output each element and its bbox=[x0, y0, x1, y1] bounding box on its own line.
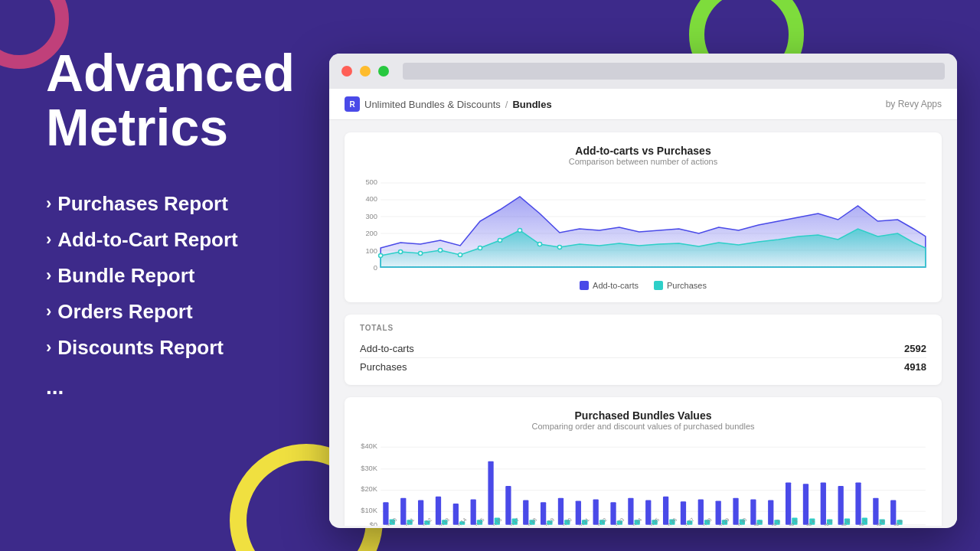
breadcrumb: R Unlimited Bundles & Discounts / Bundle… bbox=[345, 96, 552, 112]
svg-text:$0: $0 bbox=[370, 522, 377, 526]
svg-point-17 bbox=[478, 246, 482, 250]
svg-point-12 bbox=[379, 254, 383, 258]
svg-rect-74 bbox=[750, 500, 756, 525]
svg-point-19 bbox=[518, 229, 521, 233]
chevron-icon: › bbox=[46, 266, 51, 285]
breadcrumb-active: Bundles bbox=[512, 99, 551, 110]
chart1-legend: Add-to-carts Purchases bbox=[357, 281, 929, 290]
svg-rect-70 bbox=[716, 500, 721, 524]
by-revy-label: by Revy Apps bbox=[886, 99, 942, 109]
svg-text:500: 500 bbox=[365, 178, 377, 186]
svg-text:$30K: $30K bbox=[361, 465, 377, 471]
svg-rect-72 bbox=[733, 498, 738, 525]
svg-rect-56 bbox=[593, 500, 599, 525]
main-title: Advanced Metrics bbox=[46, 46, 283, 155]
totals-name-purchases: Purchases bbox=[360, 361, 407, 373]
svg-rect-78 bbox=[786, 482, 791, 524]
totals-value-purchases: 4918 bbox=[904, 361, 926, 373]
svg-rect-64 bbox=[663, 497, 668, 525]
chart2-subtitle: Comparing order and discount values of p… bbox=[357, 422, 929, 431]
svg-rect-46 bbox=[505, 486, 511, 525]
svg-rect-60 bbox=[628, 498, 633, 525]
chart2-title: Purchased Bundles Values bbox=[357, 409, 929, 422]
menu-item-discounts[interactable]: › Discounts Report bbox=[46, 336, 283, 360]
totals-value-add-to-carts: 2592 bbox=[904, 343, 926, 354]
svg-rect-44 bbox=[488, 461, 493, 525]
totals-label: TOTALS bbox=[360, 324, 926, 332]
svg-text:$20K: $20K bbox=[361, 486, 377, 493]
chevron-icon: › bbox=[46, 302, 51, 321]
app-header: R Unlimited Bundles & Discounts / Bundle… bbox=[329, 89, 957, 120]
legend-purchases: Purchases bbox=[654, 281, 707, 290]
chevron-icon: › bbox=[46, 194, 51, 214]
svg-text:400: 400 bbox=[365, 195, 377, 203]
bar-chart-area: $40K $30K $20K $10K $0 bbox=[357, 440, 929, 526]
menu-ellipsis: ... bbox=[46, 375, 283, 399]
chart1-subtitle: Comparison between number of actions bbox=[357, 157, 929, 166]
menu-item-bundle[interactable]: › Bundle Report bbox=[46, 264, 283, 288]
svg-text:$10K: $10K bbox=[361, 507, 377, 514]
svg-text:300: 300 bbox=[365, 213, 377, 220]
menu-item-add-to-cart[interactable]: › Add-to-Cart Report bbox=[46, 228, 283, 252]
svg-rect-80 bbox=[803, 484, 808, 525]
svg-text:$40K: $40K bbox=[361, 443, 377, 450]
totals-name-add-to-carts: Add-to-carts bbox=[360, 343, 414, 354]
browser-chrome bbox=[329, 54, 957, 89]
chart1-title: Add-to-carts vs Purchases bbox=[357, 145, 929, 157]
svg-rect-62 bbox=[645, 500, 651, 524]
svg-point-13 bbox=[399, 250, 403, 254]
line-chart-card: Add-to-carts vs Purchases Comparison bet… bbox=[345, 132, 942, 302]
chevron-icon: › bbox=[46, 337, 51, 357]
svg-text:200: 200 bbox=[365, 230, 377, 237]
chevron-icon: › bbox=[46, 230, 51, 249]
browser-address-bar[interactable] bbox=[403, 63, 945, 80]
svg-text:0: 0 bbox=[374, 264, 377, 272]
svg-rect-52 bbox=[558, 498, 564, 525]
svg-rect-88 bbox=[873, 498, 878, 525]
app-content[interactable]: Add-to-carts vs Purchases Comparison bet… bbox=[329, 120, 957, 526]
browser-dot-yellow[interactable] bbox=[360, 66, 371, 77]
svg-rect-34 bbox=[400, 498, 406, 525]
svg-text:100: 100 bbox=[365, 247, 377, 255]
menu-item-purchases[interactable]: › Purchases Report bbox=[46, 192, 283, 216]
breadcrumb-app-name: Unlimited Bundles & Discounts bbox=[364, 99, 501, 110]
browser-dot-red[interactable] bbox=[341, 66, 352, 77]
browser-window: R Unlimited Bundles & Discounts / Bundle… bbox=[329, 54, 957, 528]
svg-rect-54 bbox=[576, 500, 581, 524]
svg-point-15 bbox=[438, 249, 442, 253]
svg-rect-82 bbox=[821, 482, 826, 524]
svg-point-16 bbox=[458, 253, 462, 257]
browser-dot-green[interactable] bbox=[378, 66, 389, 77]
svg-rect-90 bbox=[890, 500, 896, 524]
totals-section: TOTALS Add-to-carts 2592 Purchases 4918 bbox=[345, 315, 942, 385]
svg-point-14 bbox=[419, 252, 423, 256]
svg-point-20 bbox=[537, 243, 541, 246]
svg-rect-86 bbox=[855, 482, 861, 524]
totals-row-add-to-carts: Add-to-carts 2592 bbox=[360, 340, 926, 358]
svg-rect-84 bbox=[838, 486, 844, 525]
svg-rect-48 bbox=[523, 500, 528, 524]
svg-rect-68 bbox=[698, 500, 704, 525]
app-icon: R bbox=[345, 96, 360, 112]
menu-item-orders[interactable]: › Orders Report bbox=[46, 300, 283, 324]
line-chart-area: 500 400 300 200 100 0 bbox=[357, 175, 929, 275]
svg-rect-42 bbox=[471, 500, 476, 525]
totals-row-purchases: Purchases 4918 bbox=[360, 358, 926, 376]
svg-point-18 bbox=[498, 239, 501, 243]
svg-rect-36 bbox=[418, 500, 423, 524]
bar-chart-card: Purchased Bundles Values Comparing order… bbox=[345, 397, 942, 526]
legend-dot-purchases bbox=[654, 281, 663, 290]
left-panel: Advanced Metrics › Purchases Report › Ad… bbox=[0, 0, 329, 551]
svg-rect-38 bbox=[436, 497, 441, 525]
svg-rect-76 bbox=[768, 500, 773, 524]
legend-dot-add-to-carts bbox=[580, 281, 589, 290]
breadcrumb-separator: / bbox=[505, 99, 508, 110]
legend-add-to-carts: Add-to-carts bbox=[580, 281, 639, 290]
svg-point-21 bbox=[557, 246, 561, 249]
